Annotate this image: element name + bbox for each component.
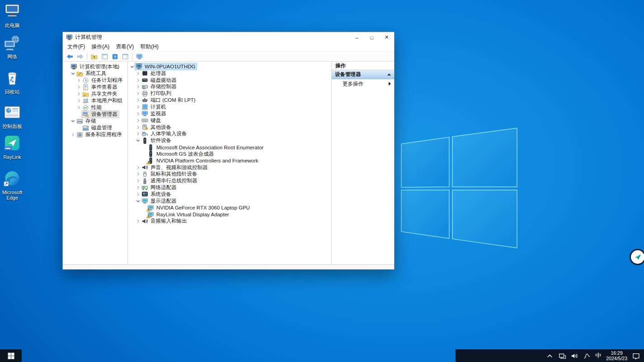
chevron-right-icon[interactable] [135, 186, 141, 190]
tree-item[interactable]: 声音、视频和游戏控制器 [128, 164, 331, 171]
software-device-icon [141, 138, 148, 144]
chevron-right-icon[interactable] [135, 192, 141, 196]
tree-item[interactable]: 音频输入和输出 [128, 218, 331, 224]
chevron-right-icon[interactable] [76, 92, 81, 96]
close-button[interactable]: ✕ [379, 32, 394, 43]
tree-item[interactable]: 人体学输入设备 [128, 130, 331, 137]
tree-item[interactable]: 磁盘管理 [63, 124, 127, 131]
tree-item[interactable]: 鼠标和其他指针设备 [128, 171, 331, 178]
tree-item[interactable]: 通用串行总线控制器 [128, 177, 331, 184]
network-tray-icon[interactable] [559, 352, 566, 359]
tree-item[interactable]: 任务计划程序 [63, 77, 127, 84]
menu-file[interactable]: 文件(F) [64, 43, 88, 51]
chevron-right-icon[interactable] [70, 133, 75, 137]
tree-item[interactable]: 设备管理器 [63, 111, 127, 118]
maximize-button[interactable]: □ [364, 32, 379, 43]
tree-item[interactable]: 存储 [63, 118, 127, 124]
chevron-right-icon[interactable] [135, 125, 141, 129]
tree-item[interactable]: 事件查看器 [63, 84, 127, 90]
tree-item-content[interactable]: NVIDIA GeForce RTX 3060 Laptop GPU [146, 204, 252, 211]
tree-item[interactable]: 端口 (COM 和 LPT) [128, 97, 331, 104]
help-icon[interactable]: ? [110, 52, 119, 61]
tree-item[interactable]: Microsoft Device Association Root Enumer… [128, 144, 331, 151]
tree-item[interactable]: 服务和应用程序 [63, 131, 127, 138]
chevron-down-icon[interactable] [135, 138, 141, 143]
back-icon[interactable] [65, 52, 74, 61]
pen-icon[interactable] [583, 352, 590, 359]
chevron-right-icon[interactable] [135, 132, 141, 136]
chevron-right-icon[interactable] [76, 105, 81, 110]
tree-item-content[interactable]: 服务和应用程序 [75, 131, 124, 138]
desktop-icon-raylink[interactable]: RayLink [1, 135, 24, 160]
chevron-right-icon[interactable] [76, 85, 81, 89]
selected-tree-item[interactable]: 设备管理器 [81, 110, 119, 118]
tree-item[interactable]: ?其他设备 [128, 124, 331, 131]
console-tree-icon[interactable] [100, 52, 109, 61]
tray-overflow-chevron-icon[interactable] [546, 352, 554, 359]
chevron-right-icon[interactable] [135, 85, 141, 89]
collapse-arrow-icon[interactable] [387, 73, 391, 76]
chevron-down-icon[interactable] [70, 71, 75, 76]
export-monitor-icon[interactable] [135, 52, 144, 61]
desktop-icon-this-pc[interactable]: 此电脑 [1, 4, 24, 28]
chevron-right-icon[interactable] [135, 119, 141, 123]
tree-item[interactable]: 网络适配器 [128, 184, 331, 191]
tree-item[interactable]: 本地用户和组 [63, 97, 127, 104]
raylink-floating-button[interactable] [630, 249, 644, 265]
tree-item[interactable]: 键盘 [128, 117, 331, 124]
tree-item[interactable]: 监视器 [128, 110, 331, 117]
tree-item[interactable]: 系统设备 [128, 191, 331, 198]
desktop-icon-control-panel[interactable]: 控制面板 [1, 105, 24, 129]
tree-item[interactable]: 软件设备 [128, 137, 331, 144]
chevron-right-icon[interactable] [76, 78, 81, 82]
volume-icon[interactable] [571, 352, 578, 359]
ime-indicator[interactable]: 中 [595, 352, 601, 360]
tree-item[interactable]: 处理器 [128, 70, 331, 77]
chevron-right-icon[interactable] [135, 71, 141, 76]
desktop-icon-microsoft-edge[interactable]: Microsoft Edge [1, 171, 24, 200]
tree-item[interactable]: 系统工具 [63, 70, 127, 77]
chevron-right-icon[interactable] [135, 219, 141, 223]
chevron-right-icon[interactable] [135, 172, 141, 176]
start-button[interactable] [0, 349, 22, 362]
taskbar-clock[interactable]: 16:29 2024/5/23 [606, 350, 627, 361]
tree-item[interactable]: NVIDIA Platform Controllers and Framewor… [128, 157, 331, 164]
action-center-icon[interactable] [632, 352, 639, 359]
chevron-right-icon[interactable] [135, 166, 141, 170]
minimize-button[interactable]: – [349, 32, 364, 43]
tree-item[interactable]: WIN-0PUAO1UTHDG [128, 63, 331, 70]
chevron-right-icon[interactable] [135, 91, 141, 95]
tree-item[interactable]: 计算机 [128, 104, 331, 110]
menu-help[interactable]: 帮助(H) [137, 43, 162, 51]
chevron-down-icon[interactable] [70, 119, 75, 123]
tree-item[interactable]: 显示适配器 [128, 198, 331, 205]
desktop-icon-network[interactable]: 网络 [1, 35, 24, 59]
title-bar[interactable]: 计算机管理 – □ ✕ [63, 32, 394, 43]
tree-item[interactable]: Microsoft GS 波表合成器 [128, 151, 331, 157]
forward-icon[interactable] [75, 52, 85, 61]
chevron-right-icon[interactable] [135, 112, 141, 116]
chevron-right-icon[interactable] [135, 78, 141, 82]
menu-action[interactable]: 操作(A) [88, 43, 113, 51]
chevron-right-icon[interactable] [135, 98, 141, 102]
tree-item[interactable]: NVIDIA GeForce RTX 3060 Laptop GPU [128, 205, 331, 211]
chevron-right-icon[interactable] [76, 99, 81, 103]
tree-item[interactable]: 计算机管理(本地) [63, 63, 127, 70]
tree-item[interactable]: 性能 [63, 104, 127, 111]
action-pane-icon[interactable] [121, 52, 130, 61]
menu-view[interactable]: 查看(V) [113, 43, 137, 51]
chevron-right-icon[interactable] [135, 179, 141, 183]
chevron-down-icon[interactable] [129, 65, 135, 69]
tree-item[interactable]: 磁盘驱动器 [128, 77, 331, 84]
chevron-right-icon[interactable] [135, 105, 141, 109]
up-folder-icon[interactable] [89, 52, 99, 61]
more-actions-item[interactable]: 更多操作 [332, 79, 394, 88]
desktop-icon-recycle-bin[interactable]: 回收站 [1, 70, 24, 95]
tree-item[interactable]: 打印队列 [128, 90, 331, 97]
tree-item[interactable]: 共享文件夹 [63, 90, 127, 97]
tree-item[interactable]: 存储控制器 [128, 84, 331, 90]
actions-group-device-manager[interactable]: 设备管理器 [332, 70, 394, 79]
chevron-down-icon[interactable] [135, 199, 141, 203]
tree-item-content[interactable]: 音频输入和输出 [141, 217, 189, 225]
tree-item[interactable]: RayLink Virtual Display Adapter [128, 211, 331, 218]
